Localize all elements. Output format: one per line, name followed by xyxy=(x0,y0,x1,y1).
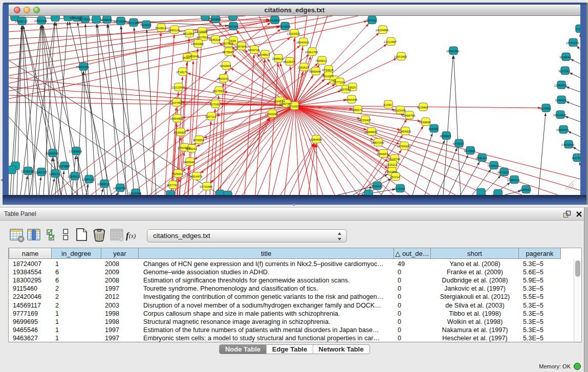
svg-text:15751074: 15751074 xyxy=(566,41,579,45)
svg-text:2087662: 2087662 xyxy=(365,19,377,22)
svg-text:9329946: 9329946 xyxy=(559,56,571,59)
svg-text:16648784: 16648784 xyxy=(446,50,459,53)
svg-text:7386372: 7386372 xyxy=(351,108,362,112)
svg-text:7632621: 7632621 xyxy=(487,164,498,167)
svg-text:13524851: 13524851 xyxy=(385,170,398,173)
svg-text:10719185: 10719185 xyxy=(114,20,126,23)
svg-text:1362615: 1362615 xyxy=(297,66,309,69)
svg-text:18807249: 18807249 xyxy=(371,141,384,144)
svg-text:1733426: 1733426 xyxy=(394,187,405,190)
svg-text:3267110: 3267110 xyxy=(205,115,216,118)
svg-text:9384067: 9384067 xyxy=(377,152,388,156)
svg-text:12505115: 12505115 xyxy=(68,175,80,178)
svg-text:(x): (x) xyxy=(129,232,136,239)
svg-text:16782759: 16782759 xyxy=(113,187,126,190)
svg-text:9245652: 9245652 xyxy=(519,188,531,191)
svg-text:7857224: 7857224 xyxy=(227,25,238,28)
svg-text:10975887: 10975887 xyxy=(57,165,70,168)
svg-text:1327509: 1327509 xyxy=(197,36,208,39)
svg-text:10958117: 10958117 xyxy=(97,183,110,186)
svg-text:9777169: 9777169 xyxy=(333,81,344,84)
svg-text:9227342: 9227342 xyxy=(558,70,570,73)
svg-text:116753: 116753 xyxy=(572,157,580,160)
svg-text:15136141: 15136141 xyxy=(370,185,383,188)
svg-text:16961758: 16961758 xyxy=(305,51,318,54)
svg-text:15692971: 15692971 xyxy=(556,128,569,132)
svg-text:21564436: 21564436 xyxy=(344,98,357,101)
svg-text:8427552: 8427552 xyxy=(212,90,224,93)
svg-text:6479197: 6479197 xyxy=(452,142,464,145)
svg-text:8471626: 8471626 xyxy=(497,171,509,174)
svg-text:18300295: 18300295 xyxy=(265,113,278,116)
svg-text:8454749: 8454749 xyxy=(248,49,259,52)
svg-text:12093872: 12093872 xyxy=(554,84,567,87)
svg-text:5498242: 5498242 xyxy=(185,147,197,150)
svg-text:2935114: 2935114 xyxy=(476,157,487,160)
svg-text:16914479: 16914479 xyxy=(189,175,202,178)
svg-text:14055717: 14055717 xyxy=(15,20,28,23)
svg-text:10107553: 10107553 xyxy=(169,101,182,104)
svg-text:18724007: 18724007 xyxy=(287,105,300,108)
svg-text:252214: 252214 xyxy=(390,176,400,179)
svg-text:13226058: 13226058 xyxy=(195,30,208,33)
svg-text:7663822: 7663822 xyxy=(155,27,166,30)
svg-text:10973493: 10973493 xyxy=(394,55,407,58)
svg-text:1345134: 1345134 xyxy=(49,172,60,176)
svg-text:1588520: 1588520 xyxy=(272,57,283,60)
svg-text:164095: 164095 xyxy=(428,127,438,130)
svg-text:8186328: 8186328 xyxy=(209,38,220,41)
svg-text:13325419: 13325419 xyxy=(287,32,300,35)
svg-text:6466160: 6466160 xyxy=(100,18,112,21)
svg-text:2718176: 2718176 xyxy=(176,71,187,74)
svg-text:17016504: 17016504 xyxy=(561,143,574,146)
svg-text:16154808: 16154808 xyxy=(376,29,388,32)
svg-text:7515526: 7515526 xyxy=(140,24,151,27)
svg-text:2367608: 2367608 xyxy=(235,45,246,48)
svg-text:16033809: 16033809 xyxy=(208,18,221,21)
svg-text:5409948: 5409948 xyxy=(183,161,194,164)
svg-text:8322037: 8322037 xyxy=(283,60,294,63)
svg-text:8938923: 8938923 xyxy=(440,135,451,138)
svg-text:1546: 1546 xyxy=(229,39,236,42)
svg-text:1244419: 1244419 xyxy=(555,99,566,102)
svg-text:16671385: 16671385 xyxy=(126,21,139,25)
svg-text:10688609: 10688609 xyxy=(364,130,377,134)
svg-text:12942757: 12942757 xyxy=(34,171,47,174)
svg-text:317006: 317006 xyxy=(210,103,220,106)
svg-text:98361: 98361 xyxy=(183,56,191,59)
svg-text:12213967: 12213967 xyxy=(384,40,397,43)
svg-text:10025438: 10025438 xyxy=(393,109,406,112)
svg-text:19218506: 19218506 xyxy=(278,25,291,28)
svg-text:12213369: 12213369 xyxy=(171,86,184,89)
svg-text:9115460: 9115460 xyxy=(417,106,428,109)
svg-text:2803144: 2803144 xyxy=(217,77,228,80)
svg-text:8912954: 8912954 xyxy=(183,32,194,35)
svg-text:9146821: 9146821 xyxy=(258,53,270,56)
svg-text:1615112: 1615112 xyxy=(386,163,398,166)
svg-text:15716485: 15716485 xyxy=(200,185,212,188)
svg-text:9657791: 9657791 xyxy=(166,184,178,187)
svg-text:8699695: 8699695 xyxy=(419,121,430,124)
svg-text:10654122: 10654122 xyxy=(507,179,520,182)
svg-text:3878352: 3878352 xyxy=(192,139,204,142)
svg-text:7955812: 7955812 xyxy=(315,59,326,62)
svg-text:12120746: 12120746 xyxy=(387,158,400,161)
svg-text:13495758: 13495758 xyxy=(402,114,415,117)
svg-text:1527602: 1527602 xyxy=(78,18,90,21)
svg-text:74626: 74626 xyxy=(348,86,356,89)
svg-text:11156829: 11156829 xyxy=(21,170,33,173)
svg-text:16543382: 16543382 xyxy=(191,42,204,46)
svg-text:6794028: 6794028 xyxy=(322,69,333,72)
svg-text:1112: 1112 xyxy=(576,28,580,31)
svg-text:29053346: 29053346 xyxy=(76,65,89,69)
svg-text:8813054: 8813054 xyxy=(268,19,279,22)
svg-text:26206576: 26206576 xyxy=(46,152,58,155)
svg-text:1621072: 1621072 xyxy=(322,75,333,78)
svg-text:19166827: 19166827 xyxy=(173,131,186,134)
svg-text:17359928: 17359928 xyxy=(69,150,82,153)
svg-text:17957225: 17957225 xyxy=(82,178,95,181)
svg-text:62160: 62160 xyxy=(384,103,392,106)
svg-text:16640910: 16640910 xyxy=(296,41,309,44)
svg-text:8990448: 8990448 xyxy=(309,70,320,73)
svg-text:19384554: 19384554 xyxy=(309,138,322,141)
